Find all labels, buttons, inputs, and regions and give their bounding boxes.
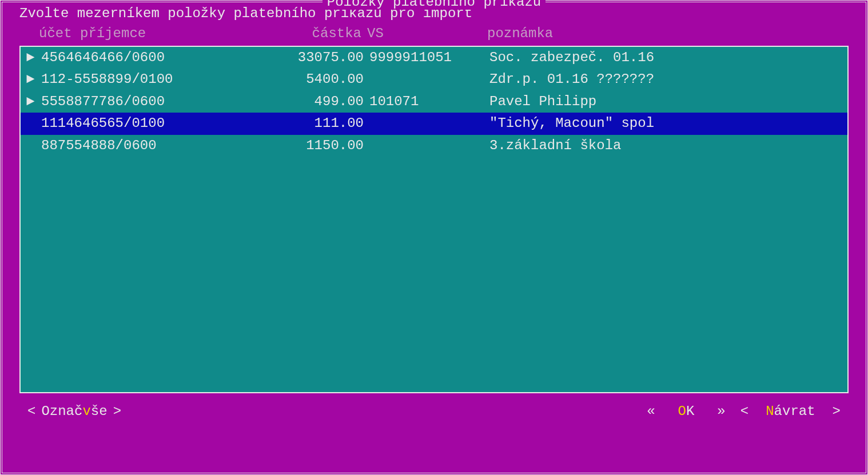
selected-marker-icon: ► [26,94,41,109]
mark-all-pre: Označ [41,404,82,419]
table-row[interactable]: ►4564646466/060033075.00 9999911051Soc. … [21,47,847,69]
cell-note: 3.základní škola [489,138,845,153]
table-row[interactable]: ►112-5558899/01005400.00 Zdr.p. 01.16 ??… [21,69,847,90]
cell-note: "Tichý, Macoun" spol [489,116,845,131]
cell-amount: 499.00 [268,94,369,109]
cell-note: Pavel Philipp [489,94,845,109]
cell-note: Zdr.p. 01.16 ??????? [489,72,845,87]
header-note: poznámka [487,26,858,41]
cell-account: 887554888/0600 [41,138,268,153]
dialog-payment-items: Položky platebního příkazu Zvolte mezern… [0,0,868,475]
table-row[interactable]: 1114646565/0100111.00 "Tichý, Macoun" sp… [21,113,847,134]
header-amount: částka [265,26,367,41]
cell-vs [369,116,489,131]
cell-account: 4564646466/0600 [41,50,268,65]
selected-marker-icon: ► [26,50,41,65]
cell-amount: 5400.00 [268,72,369,87]
ok-post: K [686,404,694,419]
cell-amount: 111.00 [268,116,369,131]
ok-hotkey: O [678,404,686,419]
angle-right-icon: > [827,404,846,419]
cell-vs [369,72,489,87]
items-listbox[interactable]: ►4564646466/060033075.00 9999911051Soc. … [19,46,849,393]
button-bar: < Označ vše > « OK » < Návrat > [10,393,858,419]
mark-all-hotkey: v [82,404,90,419]
header-marker [19,26,39,41]
cell-account: 112-5558899/0100 [41,72,268,87]
angle-left-icon: < [735,404,754,419]
dbl-left-icon: « [641,404,660,419]
selected-marker-icon [26,116,41,131]
cell-note: Soc. zabezpeč. 01.16 [489,50,845,65]
header-vs: VS [367,26,487,41]
cell-vs: 9999911051 [369,50,489,65]
return-hotkey: N [766,404,774,419]
mark-all-post: še [91,404,107,419]
column-headers: účet příjemce částka VS poznámka [10,23,858,46]
cell-amount: 33075.00 [268,50,369,65]
header-account: účet příjemce [39,26,265,41]
instruction-text: Zvolte mezerníkem položky platebního pří… [10,2,858,23]
cell-account: 5558877786/0600 [41,94,268,109]
table-row[interactable]: 887554888/06001150.00 3.základní škola [21,135,847,157]
dbl-right-icon: » [711,404,731,419]
ok-button[interactable]: « OK » [641,404,731,419]
return-post: ávrat [774,404,815,419]
table-row[interactable]: ►5558877786/0600499.00 101071Pavel Phili… [21,91,847,113]
right-button-group: « OK » < Návrat > [641,404,846,419]
return-button[interactable]: < Návrat > [735,404,846,419]
angle-left-icon: < [22,404,41,419]
mark-all-button[interactable]: < Označ vše > [22,404,127,419]
cell-vs [369,138,489,153]
angle-right-icon: > [107,404,127,419]
cell-vs: 101071 [369,94,489,109]
selected-marker-icon [26,138,41,153]
cell-account: 1114646565/0100 [41,116,268,131]
selected-marker-icon: ► [26,72,41,87]
cell-amount: 1150.00 [268,138,369,153]
